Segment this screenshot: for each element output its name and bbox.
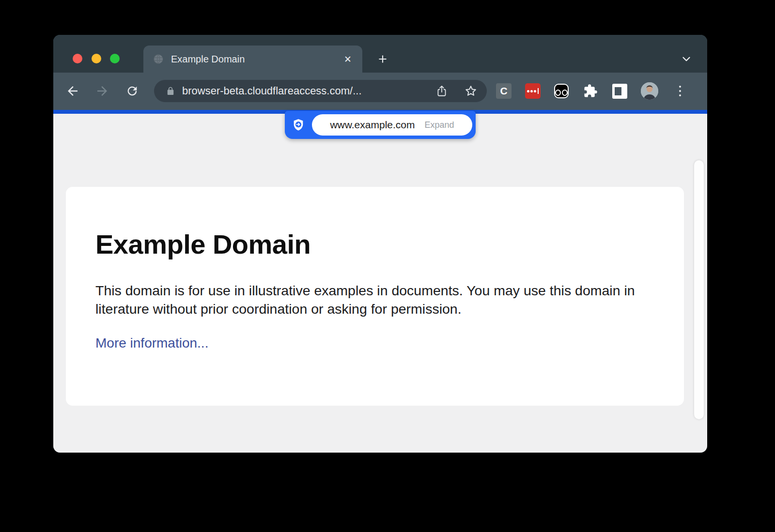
address-bar[interactable]: browser-beta.cloudflareaccess.com/... xyxy=(154,80,487,102)
shield-icon xyxy=(285,118,312,132)
lock-icon xyxy=(166,86,175,96)
new-tab-button[interactable] xyxy=(372,50,393,68)
star-icon xyxy=(464,84,478,98)
isolated-domain-text: www.example.com xyxy=(330,119,415,131)
sidebar-extension-inner xyxy=(615,87,621,95)
extension-c-icon[interactable]: C xyxy=(496,83,512,99)
back-button[interactable] xyxy=(61,79,84,103)
example-domain-card: Example Domain This domain is for use in… xyxy=(66,187,684,406)
forward-button[interactable] xyxy=(91,79,114,103)
share-icon xyxy=(435,84,448,98)
reload-button[interactable] xyxy=(121,79,144,103)
extensions-puzzle-button[interactable] xyxy=(582,83,599,99)
share-button[interactable] xyxy=(434,83,450,99)
back-arrow-icon xyxy=(65,84,80,98)
browser-menu-button[interactable] xyxy=(672,83,688,99)
bookmark-button[interactable] xyxy=(463,83,479,99)
reload-icon xyxy=(125,84,139,98)
page-title: Example Domain xyxy=(95,228,684,260)
vertical-scrollbar-thumb[interactable] xyxy=(694,160,704,419)
url-text[interactable]: browser-beta.cloudflareaccess.com/... xyxy=(182,85,434,97)
tab-strip: Example Domain ✕ xyxy=(53,35,707,73)
tab-close-icon[interactable]: ✕ xyxy=(341,52,355,66)
tab-title: Example Domain xyxy=(171,54,341,65)
browser-window: Example Domain ✕ xyxy=(53,35,707,453)
password-manager-extension-icon[interactable] xyxy=(525,83,541,99)
avatar-photo xyxy=(641,82,658,100)
camera-extension-icon[interactable] xyxy=(554,84,569,98)
plus-icon xyxy=(376,53,389,65)
expand-button[interactable]: Expand xyxy=(425,120,454,130)
globe-favicon-icon xyxy=(153,54,164,64)
extensions-row: C xyxy=(496,79,688,103)
close-window-button[interactable] xyxy=(73,54,82,63)
chevron-down-icon xyxy=(680,53,693,65)
browser-toolbar: browser-beta.cloudflareaccess.com/... C xyxy=(53,73,707,110)
browser-tab[interactable]: Example Domain ✕ xyxy=(143,46,362,73)
zoom-window-button[interactable] xyxy=(110,54,120,63)
more-information-link[interactable]: More information... xyxy=(95,335,208,351)
minimize-window-button[interactable] xyxy=(92,54,101,63)
page-viewport: www.example.com Expand Example Domain Th… xyxy=(53,114,707,453)
browser-isolation-bar[interactable]: www.example.com Expand xyxy=(285,111,476,139)
page-paragraph: This domain is for use in illustrative e… xyxy=(95,281,652,318)
kebab-icon xyxy=(679,86,682,88)
forward-arrow-icon xyxy=(95,84,109,98)
sidebar-extension-icon[interactable] xyxy=(612,84,627,99)
profile-avatar[interactable] xyxy=(641,82,658,100)
isolated-domain-pill[interactable]: www.example.com Expand xyxy=(312,114,472,136)
tab-search-button[interactable] xyxy=(676,49,697,69)
puzzle-piece-icon xyxy=(583,84,598,98)
